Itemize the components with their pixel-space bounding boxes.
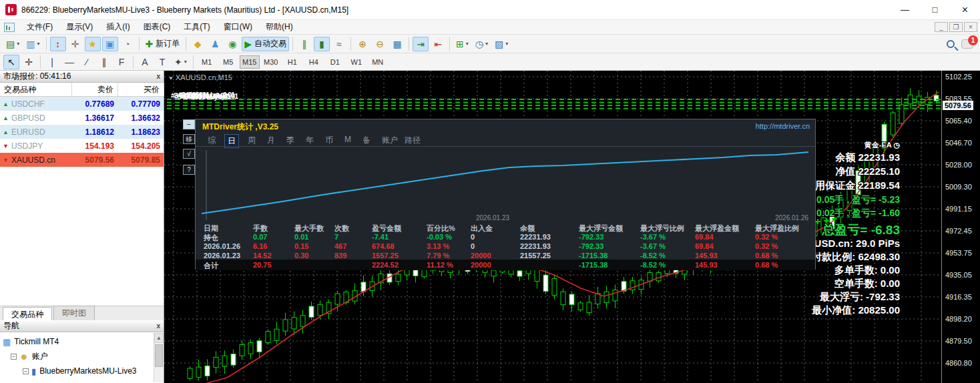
window-close-button[interactable]: ×: [950, 0, 980, 19]
minimize-stats-button[interactable]: −: [183, 119, 195, 129]
market-watch-toggle-button[interactable]: ↕: [50, 37, 66, 51]
stats-panel-url[interactable]: http://mtdriver.cn: [756, 122, 810, 130]
dropdown-arrow-icon: ▾: [184, 59, 187, 65]
menu-I[interactable]: 插入(I): [99, 20, 136, 34]
trendline-button[interactable]: ∕: [79, 55, 95, 69]
market-watch-close-icon[interactable]: x: [156, 73, 160, 80]
tree-item[interactable]: ▦Tickmill MT4: [0, 334, 164, 349]
vertical-line-button[interactable]: |: [44, 55, 60, 69]
data-window-button[interactable]: ✛: [67, 37, 83, 51]
stats-header-cell: 日期: [204, 224, 218, 234]
text-label-button[interactable]: T: [154, 55, 170, 69]
horizontal-line-button[interactable]: —: [61, 55, 77, 69]
crosshair-button[interactable]: ✛: [21, 55, 37, 69]
search-icon[interactable]: [947, 40, 955, 48]
indicators-button[interactable]: ⊞▾: [453, 37, 471, 51]
zoom-in-button[interactable]: ⊕: [354, 37, 371, 51]
price-tick: 5028.00: [945, 161, 972, 169]
chart-candles-button[interactable]: ▮: [314, 37, 330, 51]
new-chart-button[interactable]: ▤▾: [3, 37, 22, 51]
alerts-button[interactable]: ◉: [224, 37, 240, 51]
accounts-icon: ☻: [19, 352, 29, 362]
chart-bars-button[interactable]: ∥: [296, 37, 312, 51]
stats-cell: 6.16: [253, 242, 267, 250]
tree-expander-icon[interactable]: −: [11, 354, 17, 360]
navigator-panel: 导航 x ▦Tickmill MT4−☻账户−▮BlueberryMarkets…: [0, 320, 164, 383]
metaeditor-button[interactable]: ◆: [190, 37, 206, 51]
market-watch-row-USDCHF[interactable]: ▲USDCHF0.776890.77709: [0, 97, 164, 111]
timeframe-H4[interactable]: H4: [304, 55, 324, 69]
fibonacci-button[interactable]: F: [113, 55, 130, 69]
collapse-icon[interactable]: ▼: [168, 75, 174, 81]
tab-交易品种[interactable]: 交易品种: [3, 307, 52, 320]
market-watch-row-EURUSD[interactable]: ▲EURUSD1.186121.18623: [0, 125, 164, 139]
templates-icon: ▨: [495, 39, 503, 49]
stats-cell: 467: [334, 242, 346, 250]
chart-bars-icon: ∥: [302, 39, 307, 49]
chart-minimize-button[interactable]: _: [935, 22, 948, 32]
autotrading-button[interactable]: ▶自动交易: [242, 37, 289, 51]
notifications-icon[interactable]: 1: [961, 39, 973, 49]
market-watch-row-GBPUSD[interactable]: ▲GBPUSD1.366171.36632: [0, 111, 164, 125]
timeframe-M1[interactable]: M1: [197, 55, 217, 69]
scroll-up-arrow[interactable]: ▲: [154, 333, 164, 343]
menu-H[interactable]: 帮助(H): [259, 20, 300, 34]
chart-shift-icon: ⇤: [434, 39, 442, 49]
move-stats-button[interactable]: 移: [183, 134, 195, 144]
equidistant-channel-button[interactable]: ∥: [96, 55, 112, 69]
shapes-button[interactable]: ✦▾: [172, 55, 190, 69]
tree-item[interactable]: −☻账户: [0, 349, 164, 364]
timeframe-W1[interactable]: W1: [346, 55, 366, 69]
text-button[interactable]: A: [137, 55, 153, 69]
mtdriver-stats-panel[interactable]: MTDriver统计 ,V3.25 http://mtdriver.cn 综日周…: [195, 119, 816, 270]
navigator-close-icon[interactable]: x: [156, 322, 160, 330]
chart-close-button[interactable]: ×: [964, 22, 977, 32]
menu-T[interactable]: 工具(T): [177, 20, 216, 34]
current-price-box: 5079.56: [943, 101, 973, 110]
timeframe-H1[interactable]: H1: [282, 55, 302, 69]
templates-button[interactable]: ▨▾: [492, 37, 511, 51]
confirm-stats-button[interactable]: √: [183, 149, 195, 159]
new-order-button[interactable]: ✚新订单: [143, 37, 183, 51]
terminal-toggle-button[interactable]: ▣: [102, 37, 118, 51]
menu-C[interactable]: 图表(C): [137, 20, 178, 34]
market-watch-row-USDJPY[interactable]: ▼USDJPY154.193154.205: [0, 139, 164, 153]
tree-expander-icon[interactable]: −: [23, 368, 29, 374]
navigator-scrollbar[interactable]: ▲: [154, 333, 164, 382]
timeframe-D1[interactable]: D1: [325, 55, 345, 69]
chart-restore-button[interactable]: ❐: [949, 22, 963, 32]
stats-tab-path[interactable]: 路径: [405, 135, 421, 146]
cursor-button[interactable]: ↖: [3, 55, 19, 69]
timeframe-M5[interactable]: M5: [218, 55, 238, 69]
chart-area[interactable]: ▼ XAUUSD.cn,M15 #34595331 buy 0.01 #3459…: [164, 71, 941, 383]
scrollbar-thumb[interactable]: [155, 344, 163, 367]
stats-cell: -1715.38: [579, 261, 607, 269]
strategy-tester-button[interactable]: ◔: [119, 37, 136, 51]
menu-F[interactable]: 文件(F): [20, 20, 59, 34]
chart-line-button[interactable]: ≈: [331, 37, 347, 51]
timeframe-M30[interactable]: M30: [261, 55, 281, 69]
market-watch-row-XAUUSD.cn[interactable]: ▼XAUUSD.cn5079.565079.85: [0, 153, 164, 167]
timeframe-MN[interactable]: MN: [368, 55, 388, 69]
zoom-out-button[interactable]: ⊖: [372, 37, 388, 51]
profiles-button[interactable]: ▥▾: [23, 37, 42, 51]
auto-scroll-button[interactable]: ⇥: [413, 37, 429, 51]
trend-arrow-icon: ▲: [3, 129, 9, 135]
toolbar-separator: [139, 37, 140, 51]
chart-shift-button[interactable]: ⇤: [430, 37, 446, 51]
help-stats-button[interactable]: ?: [183, 165, 195, 175]
column-bid: 卖价: [72, 83, 118, 96]
tile-windows-button[interactable]: ▦: [389, 37, 405, 51]
periods-button[interactable]: ◷▾: [473, 37, 491, 51]
menu-W[interactable]: 窗口(W): [217, 20, 259, 34]
stats-data-row: 持仓0.070.017-7.41-0.03 %022231.93-792.33-…: [196, 233, 815, 242]
window-minimize-button[interactable]: —: [890, 0, 920, 19]
mql-community-button[interactable]: ♟: [207, 37, 223, 51]
window-maximize-button[interactable]: □: [920, 0, 950, 19]
chart-line-icon: ≈: [336, 39, 342, 49]
menu-V[interactable]: 显示(V): [59, 20, 99, 34]
tree-item[interactable]: −▮BlueberryMarketsMU-Live3: [0, 364, 164, 378]
timeframe-M15[interactable]: M15: [240, 55, 260, 69]
navigator-toggle-button[interactable]: ★: [85, 37, 101, 51]
tab-即时图[interactable]: 即时图: [53, 306, 95, 320]
